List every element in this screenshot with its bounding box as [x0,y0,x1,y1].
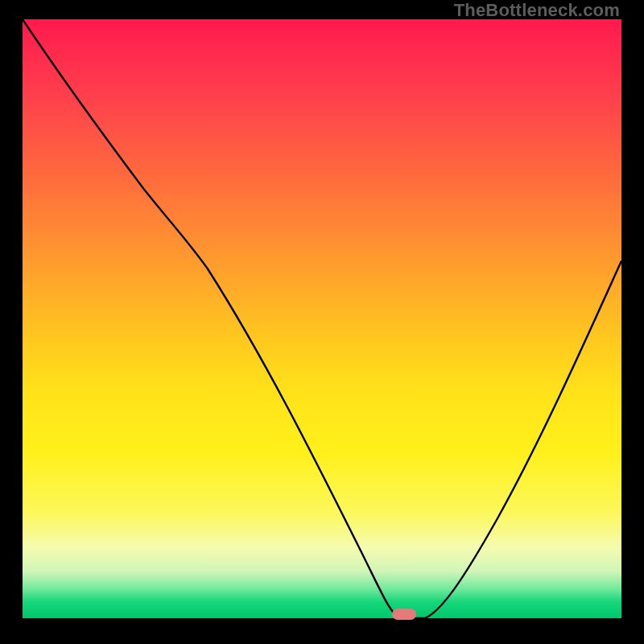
bottleneck-curve [23,19,621,620]
optimal-marker [392,609,416,620]
chart-frame: TheBottleneck.com [0,0,644,644]
curve-path [23,19,621,618]
watermark-text: TheBottleneck.com [454,2,620,19]
